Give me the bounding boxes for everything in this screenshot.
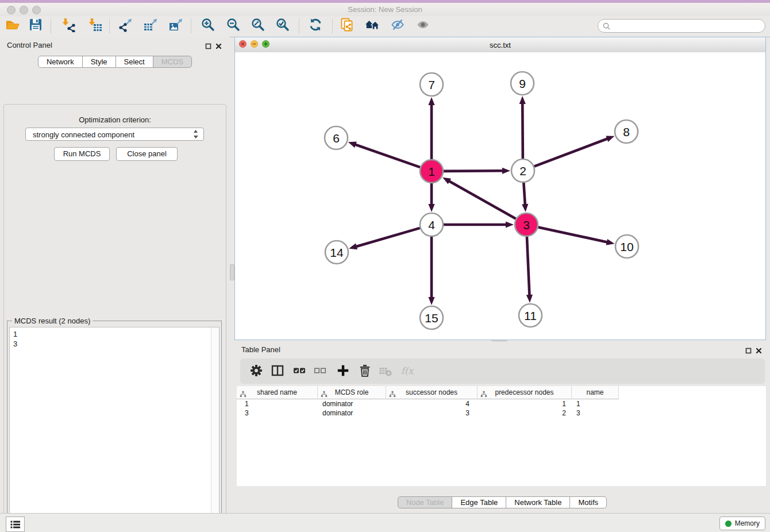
- export-image-button[interactable]: [168, 18, 184, 34]
- table-cell[interactable]: 3: [386, 408, 478, 418]
- optimization-criterion-label: Optimization criterion:: [0, 115, 230, 124]
- column-label: shared name: [257, 388, 297, 396]
- copy-network-icon: [340, 17, 355, 34]
- graph-node-14[interactable]: 14: [325, 241, 348, 264]
- graph-edge-4-15[interactable]: [428, 237, 434, 305]
- result-scrollbar[interactable]: [211, 327, 220, 532]
- zoom-in-icon: [201, 17, 215, 34]
- zoom-out-button[interactable]: [225, 18, 241, 34]
- zoom-fit-button[interactable]: [250, 18, 266, 34]
- select-all-button[interactable]: [292, 364, 307, 379]
- graph-node-3[interactable]: 3: [515, 213, 538, 236]
- table-cell[interactable]: 2: [478, 408, 572, 418]
- criterion-select[interactable]: strongly connected component: [25, 128, 204, 141]
- column-header-MCDS-role[interactable]: MCDS role: [318, 386, 386, 399]
- deselect-all-button[interactable]: [313, 364, 328, 379]
- mcds-result-text[interactable]: 1 3: [9, 327, 220, 532]
- home-views-button[interactable]: [364, 18, 380, 34]
- search-box[interactable]: [598, 19, 765, 33]
- import-table-button[interactable]: [87, 18, 103, 34]
- graph-edge-3-11[interactable]: [526, 237, 533, 303]
- tab-mcds[interactable]: MCDS: [153, 56, 192, 68]
- network-canvas[interactable]: 7968124314101511: [235, 52, 765, 340]
- graph-edge-4-3[interactable]: [444, 221, 514, 228]
- graph-edge-2-3[interactable]: [522, 183, 528, 212]
- memory-label: Memory: [735, 519, 760, 527]
- graph-node-7[interactable]: 7: [420, 73, 443, 96]
- graph-edge-2-8[interactable]: [534, 136, 615, 166]
- column-header-name[interactable]: name: [572, 386, 619, 399]
- function-icon: f(x): [399, 363, 414, 380]
- columns-button[interactable]: [270, 364, 285, 379]
- save-session-button[interactable]: [28, 18, 44, 34]
- search-input[interactable]: [613, 20, 765, 32]
- select-stepper-icon[interactable]: [193, 129, 198, 141]
- add-column-button[interactable]: [336, 364, 351, 379]
- network-window-titlebar[interactable]: scc.txt: [235, 37, 765, 53]
- mcds-result-group: MCDS result (2 nodes) 1 3: [7, 321, 222, 532]
- graph-node-9[interactable]: 9: [511, 72, 534, 95]
- table-tab-edge-table[interactable]: Edge Table: [452, 496, 506, 508]
- graph-node-label: 10: [620, 240, 633, 253]
- graph-node-4[interactable]: 4: [420, 213, 443, 236]
- task-history-button[interactable]: [6, 516, 25, 532]
- show-panel-button[interactable]: [415, 18, 431, 34]
- graph-node-8[interactable]: 8: [615, 120, 638, 143]
- close-panel-icon[interactable]: [215, 41, 222, 52]
- graph-edge-4-14[interactable]: [349, 228, 420, 249]
- table-cell[interactable]: 3: [572, 408, 619, 418]
- close-table-panel-icon[interactable]: [756, 346, 762, 356]
- add-column-icon: [336, 363, 351, 380]
- table-cell[interactable]: 1: [572, 399, 619, 408]
- graph-node-1[interactable]: 1: [420, 160, 443, 183]
- open-file-button[interactable]: [5, 18, 21, 34]
- tab-network[interactable]: Network: [38, 56, 83, 68]
- column-header-shared-name[interactable]: shared name: [237, 386, 318, 399]
- graph-edge-1-4[interactable]: [428, 183, 434, 212]
- column-header-predecessor-nodes[interactable]: predecessor nodes: [478, 386, 572, 399]
- column-label: predecessor nodes: [495, 388, 553, 396]
- tab-select[interactable]: Select: [116, 56, 153, 68]
- window-title: Session: New Session: [0, 3, 770, 16]
- export-table-button[interactable]: [143, 18, 159, 34]
- memory-button[interactable]: Memory: [719, 516, 765, 530]
- import-network-button[interactable]: [61, 18, 77, 34]
- graph-edge-1-2[interactable]: [444, 168, 510, 174]
- table-cell[interactable]: 3: [237, 408, 318, 418]
- table-cell[interactable]: 4: [386, 399, 478, 408]
- graph-edge-3-1[interactable]: [442, 178, 516, 219]
- graph-node-6[interactable]: 6: [325, 126, 348, 149]
- graph-node-2[interactable]: 2: [511, 159, 534, 182]
- float-panel-icon[interactable]: [205, 41, 211, 52]
- table-cell[interactable]: 1: [237, 399, 318, 408]
- run-mcds-button[interactable]: Run MCDS: [54, 147, 110, 161]
- graph-node-10[interactable]: 10: [615, 235, 638, 258]
- graph-edge-1-7[interactable]: [428, 97, 434, 159]
- table-tab-network-table[interactable]: Network Table: [506, 496, 570, 508]
- gear-button[interactable]: [249, 364, 264, 379]
- close-panel-button[interactable]: Close panel: [116, 147, 178, 161]
- column-header-successor-nodes[interactable]: successor nodes: [386, 386, 478, 399]
- table-tab-node-table[interactable]: Node Table: [398, 496, 453, 508]
- copy-network-button[interactable]: [339, 18, 355, 34]
- export-network-button[interactable]: [117, 18, 133, 34]
- graph-node-11[interactable]: 11: [519, 304, 542, 327]
- delete-column-button[interactable]: [357, 364, 372, 379]
- hide-panel-button[interactable]: [390, 18, 406, 34]
- table-cell[interactable]: 1: [478, 399, 572, 408]
- refresh-button[interactable]: [307, 18, 324, 34]
- zoom-in-button[interactable]: [200, 18, 216, 34]
- float-table-panel-icon[interactable]: [745, 346, 752, 356]
- graph-node-label: 15: [425, 311, 438, 325]
- graph-edge-3-10[interactable]: [538, 227, 615, 245]
- toolbar-separator: [191, 19, 191, 33]
- table-cell[interactable]: dominator: [318, 399, 386, 408]
- graph-edge-2-9[interactable]: [519, 96, 526, 159]
- table-tab-motifs[interactable]: Motifs: [569, 496, 607, 508]
- tab-style[interactable]: Style: [82, 56, 116, 68]
- table-cell[interactable]: dominator: [318, 408, 386, 418]
- vertical-splitter-grip[interactable]: [230, 264, 234, 280]
- graph-node-15[interactable]: 15: [420, 306, 443, 329]
- zoom-selected-button[interactable]: [275, 18, 291, 34]
- graph-edge-1-6[interactable]: [348, 142, 420, 167]
